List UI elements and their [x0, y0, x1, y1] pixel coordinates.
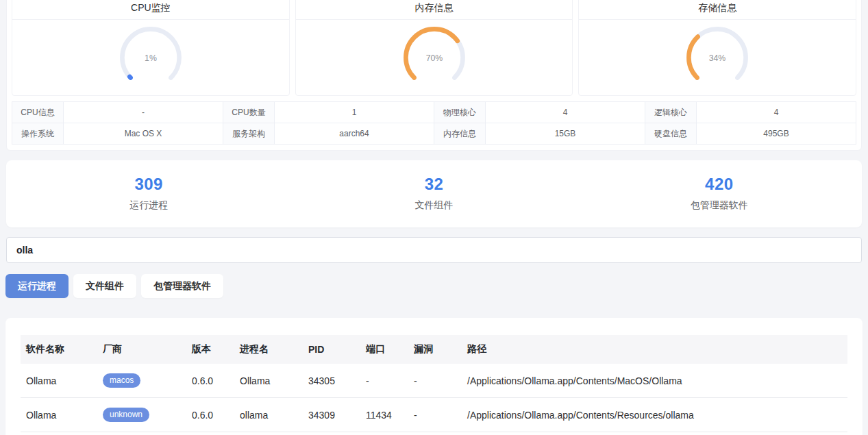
info-value: aarch64	[275, 123, 434, 145]
info-label: 物理核心	[434, 102, 486, 123]
info-value: 1	[275, 102, 434, 123]
info-value: 4	[697, 102, 856, 123]
cell-port: -	[360, 364, 408, 398]
col-version: 版本	[186, 335, 234, 364]
info-label: 操作系统	[12, 123, 64, 145]
cell-vulnerability: -	[408, 364, 462, 398]
stat-package-manager-software: 420 包管理器软件	[577, 175, 862, 212]
table-row: 操作系统 Mac OS X 服务架构 aarch64 内存信息 15GB 硬盘信…	[12, 123, 856, 145]
info-value: Mac OS X	[64, 123, 223, 145]
storage-info-title: 存储信息	[579, 0, 856, 20]
info-label: 内存信息	[434, 123, 486, 145]
process-table: 软件名称 厂商 版本 进程名 PID 端口 漏洞 路径 Ollama macos…	[21, 335, 847, 432]
summary-stats-card: 309 运行进程 32 文件组件 420 包管理器软件	[6, 160, 862, 227]
stat-running-processes: 309 运行进程	[6, 175, 291, 212]
stat-value: 32	[291, 175, 576, 194]
cpu-monitor-panel: CPU监控 1%	[12, 0, 290, 96]
memory-usage-gauge: 70%	[399, 22, 470, 93]
info-label: CPU数量	[223, 102, 275, 123]
cpu-usage-gauge: 1%	[115, 22, 186, 93]
info-label: CPU信息	[12, 102, 64, 123]
col-vulnerability: 漏洞	[408, 335, 462, 364]
info-label: 硬盘信息	[645, 123, 697, 145]
tab-running-processes[interactable]: 运行进程	[5, 274, 69, 298]
storage-info-panel: 存储信息 34%	[578, 0, 856, 96]
info-value: -	[64, 102, 223, 123]
cell-path: /Applications/Ollama.app/Contents/MacOS/…	[462, 364, 847, 398]
vendor-badge: macos	[103, 373, 140, 388]
cell-path: /Applications/Ollama.app/Contents/Resour…	[462, 398, 847, 432]
system-info-table: CPU信息 - CPU数量 1 物理核心 4 逻辑核心 4 操作系统 Mac O…	[12, 101, 856, 145]
stat-label: 运行进程	[6, 199, 291, 212]
cell-process-name: ollama	[234, 398, 303, 432]
stat-label: 文件组件	[291, 199, 576, 212]
table-row: CPU信息 - CPU数量 1 物理核心 4 逻辑核心 4	[12, 102, 856, 123]
memory-info-title: 内存信息	[296, 0, 573, 20]
svg-text:1%: 1%	[145, 53, 157, 63]
svg-text:70%: 70%	[425, 53, 443, 63]
cell-version: 0.6.0	[186, 364, 234, 398]
col-vendor: 厂商	[97, 335, 186, 364]
cell-software-name: Ollama	[21, 398, 97, 432]
cell-vulnerability: -	[408, 398, 462, 432]
memory-info-panel: 内存信息 70%	[295, 0, 573, 96]
col-process-name: 进程名	[234, 335, 303, 364]
info-value: 15GB	[486, 123, 645, 145]
process-table-card: 软件名称 厂商 版本 进程名 PID 端口 漏洞 路径 Ollama macos…	[5, 318, 863, 435]
svg-text:34%: 34%	[709, 53, 726, 63]
cell-version: 0.6.0	[186, 398, 234, 432]
system-monitor-card: CPU监控 1% 内存信息 70% 存储信息 34% CPU信息 - CPU数量…	[6, 0, 862, 151]
col-port: 端口	[360, 335, 408, 364]
info-label: 逻辑核心	[645, 102, 697, 123]
info-value: 495GB	[697, 123, 856, 145]
storage-usage-gauge: 34%	[682, 22, 753, 93]
stat-value: 420	[577, 175, 862, 194]
table-header-row: 软件名称 厂商 版本 进程名 PID 端口 漏洞 路径	[21, 335, 847, 364]
stat-value: 309	[6, 175, 291, 194]
vendor-badge: unknown	[103, 408, 149, 422]
col-software-name: 软件名称	[21, 335, 97, 364]
gauge-panels: CPU监控 1% 内存信息 70% 存储信息 34%	[12, 0, 856, 96]
cell-port: 11434	[360, 398, 408, 432]
info-value: 4	[486, 102, 645, 123]
info-label: 服务架构	[223, 123, 275, 145]
stat-label: 包管理器软件	[577, 199, 862, 212]
tab-package-manager-software[interactable]: 包管理器软件	[141, 274, 223, 298]
cell-software-name: Ollama	[21, 364, 97, 398]
cell-process-name: Ollama	[234, 364, 303, 398]
table-row: Ollama unknown 0.6.0 ollama 34309 11434 …	[21, 398, 847, 432]
cpu-monitor-title: CPU监控	[12, 0, 289, 20]
cell-pid: 34305	[303, 364, 360, 398]
search-input[interactable]	[6, 237, 862, 263]
col-path: 路径	[462, 335, 847, 364]
category-tabs: 运行进程 文件组件 包管理器软件	[5, 274, 863, 298]
tab-file-components[interactable]: 文件组件	[73, 274, 136, 298]
col-pid: PID	[303, 335, 360, 364]
cell-pid: 34309	[303, 398, 360, 432]
stat-file-components: 32 文件组件	[291, 175, 576, 212]
table-row: Ollama macos 0.6.0 Ollama 34305 - - /App…	[21, 364, 847, 398]
